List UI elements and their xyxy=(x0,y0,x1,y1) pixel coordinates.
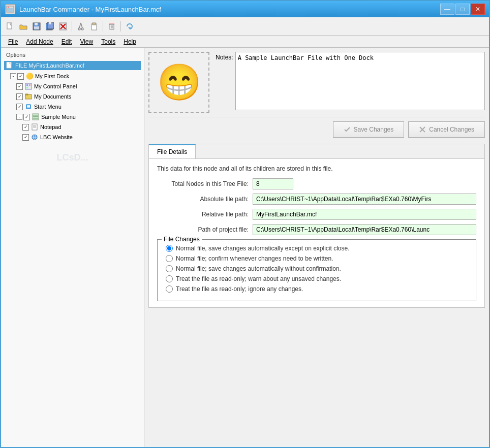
radio-auto-close[interactable] xyxy=(166,245,173,252)
total-nodes-input[interactable] xyxy=(253,178,293,189)
menu-help[interactable]: Help xyxy=(119,37,140,46)
radio-auto-no-confirm[interactable] xyxy=(166,265,173,272)
file-details-tab: File Details xyxy=(149,144,484,159)
checkbox-documents[interactable] xyxy=(16,93,23,100)
absolute-path-input[interactable] xyxy=(253,194,476,205)
checkbox-samplemenu[interactable] xyxy=(23,114,30,120)
maximize-button[interactable]: □ xyxy=(455,4,470,15)
open-button[interactable] xyxy=(17,20,29,33)
svg-rect-26 xyxy=(25,83,32,89)
svg-rect-5 xyxy=(35,23,38,25)
tree-item-lbcwebsite[interactable]: LBC Website xyxy=(4,132,141,142)
save-changes-button[interactable]: Save Changes xyxy=(333,121,405,138)
radio-auto-close-label: Normal file, save changes automatically … xyxy=(176,245,350,252)
right-panel: 😁 Notes: Save Chang xyxy=(144,48,489,447)
file-details-panel: File Details This data for this node and… xyxy=(148,144,485,308)
tree-item-notepad[interactable]: Notepad xyxy=(4,122,141,132)
tree-item-control-panel[interactable]: My Control Panel xyxy=(4,81,141,91)
documents-icon xyxy=(24,92,33,101)
radio-row-2: Normal file; save changes automatically … xyxy=(166,265,468,272)
total-nodes-row: Total Nodes in this Tree File: xyxy=(157,178,476,189)
sidebar-options-label: Options xyxy=(4,51,141,59)
save-button[interactable] xyxy=(30,20,43,33)
project-path-input[interactable] xyxy=(253,224,476,235)
save-changes-label: Save Changes xyxy=(354,126,394,133)
lbcwebsite-icon xyxy=(30,133,39,141)
relative-path-input[interactable] xyxy=(253,209,476,220)
menu-file[interactable]: File xyxy=(4,37,22,46)
delete-button[interactable] xyxy=(106,20,118,33)
svg-rect-29 xyxy=(26,87,28,88)
svg-rect-28 xyxy=(29,84,30,86)
new-file-button[interactable] xyxy=(4,20,16,33)
close-file-button[interactable] xyxy=(57,20,69,33)
collapse-samplemenu[interactable]: - xyxy=(16,114,22,120)
close-button[interactable]: ✕ xyxy=(471,4,485,15)
checkbox-control-panel[interactable] xyxy=(16,83,23,90)
relative-path-row: Relative file path: xyxy=(157,209,476,220)
minimize-button[interactable]: — xyxy=(440,4,454,15)
file-icon xyxy=(6,62,13,69)
radio-row-3: Treat the file as read-only; warn about … xyxy=(166,275,468,282)
notes-area: Notes: xyxy=(216,52,485,110)
svg-rect-36 xyxy=(27,105,30,106)
svg-rect-41 xyxy=(32,124,37,130)
svg-line-16 xyxy=(81,23,82,28)
relative-path-label: Relative file path: xyxy=(157,211,249,218)
menu-view[interactable]: View xyxy=(76,37,97,46)
checkbox-startmenu[interactable] xyxy=(16,104,23,110)
project-path-row: Path of project file: xyxy=(157,224,476,235)
svg-rect-2 xyxy=(8,7,9,8)
refresh-button[interactable] xyxy=(124,20,136,33)
tree-file-item[interactable]: FILE MyFirstLaunchBar.mcf xyxy=(4,61,141,70)
watermark: LCsD... xyxy=(4,152,141,163)
svg-rect-9 xyxy=(49,22,51,24)
notes-label: Notes: xyxy=(216,52,233,61)
radio-readonly-warn[interactable] xyxy=(166,275,173,282)
svg-rect-39 xyxy=(33,116,38,117)
title-buttons: — □ ✕ xyxy=(440,4,485,15)
app-icon xyxy=(5,4,15,14)
sidebar: Options FILE MyFirstLaunchBar.mcf - 🟡 My… xyxy=(1,48,144,447)
tab-file-details[interactable]: File Details xyxy=(149,144,196,158)
radio-confirm-label: Normal file; confirm whenever changes ne… xyxy=(176,255,333,262)
control-panel-label: My Control Panel xyxy=(34,83,77,89)
radio-readonly-ignore[interactable] xyxy=(166,285,173,293)
tree-item-documents[interactable]: My Documents xyxy=(4,91,141,102)
window-title: LaunchBar Commander - MyFirstLaunchBar.m… xyxy=(19,6,161,13)
cancel-changes-label: Cancel Changes xyxy=(429,126,474,133)
notepad-icon xyxy=(30,123,39,131)
toolbar xyxy=(1,17,489,36)
menu-edit[interactable]: Edit xyxy=(57,37,76,46)
icon-area[interactable]: 😁 xyxy=(148,52,209,113)
checkbox-lbcwebsite[interactable] xyxy=(22,134,29,141)
svg-rect-21 xyxy=(110,24,114,29)
svg-rect-34 xyxy=(27,106,30,107)
radio-readonly-ignore-label: Treat the file as read-only; ignore any … xyxy=(176,285,303,293)
collapse-dock[interactable]: - xyxy=(10,73,16,79)
svg-point-14 xyxy=(81,28,83,30)
paste-button[interactable] xyxy=(88,20,100,33)
svg-rect-30 xyxy=(29,87,30,88)
save-all-button[interactable] xyxy=(44,20,56,33)
checkbox-dock[interactable] xyxy=(17,73,24,80)
menu-addnode[interactable]: Add Node xyxy=(22,37,57,46)
svg-rect-19 xyxy=(109,23,114,23)
main-content: Options FILE MyFirstLaunchBar.mcf - 🟡 My… xyxy=(1,48,489,447)
cut-button[interactable] xyxy=(75,20,87,33)
file-details-content: This data for this node and all of its c… xyxy=(149,159,484,307)
tree-item-samplemenu[interactable]: - Sample Menu xyxy=(4,112,141,122)
dock-icon: 🟡 xyxy=(25,72,34,80)
svg-rect-27 xyxy=(26,84,28,86)
svg-rect-32 xyxy=(25,94,28,95)
menu-tools[interactable]: Tools xyxy=(97,37,119,46)
dock-label: My First Dock xyxy=(35,73,69,79)
checkbox-notepad[interactable] xyxy=(22,124,29,131)
radio-row-4: Treat the file as read-only; ignore any … xyxy=(166,285,468,293)
cancel-changes-button[interactable]: Cancel Changes xyxy=(408,121,485,138)
tree-item-dock[interactable]: - 🟡 My First Dock xyxy=(4,71,141,81)
tree-item-startmenu[interactable]: Start Menu xyxy=(4,102,141,112)
notepad-label: Notepad xyxy=(40,124,62,130)
radio-confirm[interactable] xyxy=(166,255,173,262)
notes-textarea[interactable] xyxy=(235,52,485,110)
